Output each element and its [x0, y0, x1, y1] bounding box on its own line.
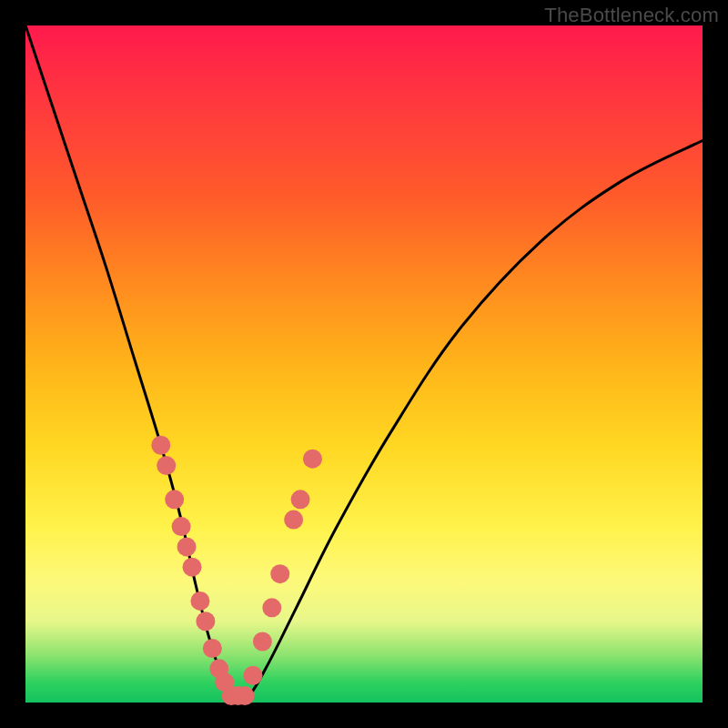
scatter-dot [172, 517, 191, 536]
watermark-text: TheBottleneck.com [544, 4, 719, 27]
scatter-dots [151, 436, 322, 705]
scatter-dot [177, 537, 197, 556]
scatter-dot [236, 686, 255, 705]
scatter-dot [284, 511, 303, 530]
scatter-dot [270, 564, 289, 583]
bottleneck-curve-path [25, 25, 703, 700]
scatter-dot [203, 639, 222, 658]
scatter-dot [303, 450, 322, 469]
scatter-dot [253, 632, 272, 652]
scatter-dot [190, 592, 209, 611]
scatter-dot [291, 490, 310, 509]
chart-svg [25, 25, 703, 703]
scatter-dot [157, 456, 176, 475]
scatter-dot [165, 490, 184, 509]
scatter-dot [243, 666, 262, 685]
scatter-dot [151, 436, 170, 455]
scatter-dot [262, 598, 281, 617]
plot-area [25, 25, 703, 703]
scatter-dot [183, 558, 202, 577]
scatter-dot [196, 612, 215, 631]
chart-container: TheBottleneck.com [0, 0, 728, 728]
